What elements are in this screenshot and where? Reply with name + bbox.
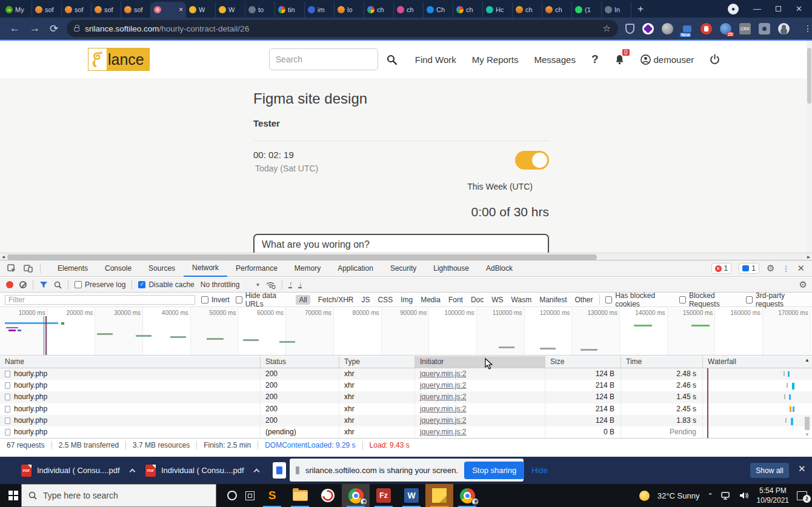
profile-avatar-icon[interactable] (778, 23, 790, 35)
new-tab-button[interactable]: + (637, 3, 644, 15)
taskbar-app-icon[interactable]: S (258, 484, 286, 507)
search-icon[interactable] (387, 55, 397, 65)
taskbar-app-icon[interactable] (286, 484, 314, 507)
task-view-icon[interactable] (245, 491, 255, 500)
network-conditions-icon[interactable] (266, 281, 276, 289)
devtools-tab[interactable]: Memory (286, 260, 329, 277)
initiator-link[interactable]: jquery.min.js:2 (420, 369, 466, 378)
tab-close-icon[interactable]: × (179, 5, 183, 14)
purple-extension-icon[interactable] (642, 23, 654, 35)
devtools-tab[interactable]: Elements (49, 260, 96, 277)
browser-tab[interactable]: im (305, 2, 334, 18)
network-settings-gear-icon[interactable]: ⚙ (799, 279, 807, 290)
request-type-filter[interactable]: JS (361, 296, 370, 304)
browser-tab[interactable]: (1 (572, 2, 602, 18)
devtools-menu-icon[interactable]: ⋮ (782, 264, 790, 273)
scrollbar-thumb[interactable] (807, 48, 811, 104)
column-header-size[interactable]: Size (545, 356, 621, 368)
error-count-badge[interactable]: ✕1 (711, 263, 732, 274)
request-type-filter[interactable]: All (296, 295, 310, 305)
clear-icon[interactable] (19, 281, 27, 288)
window-minimize-button[interactable]: — (753, 4, 761, 13)
site-search-input[interactable] (269, 48, 378, 70)
stop-sharing-button[interactable]: Stop sharing (464, 462, 524, 479)
column-header-name[interactable]: Name (0, 356, 261, 368)
counter-extension-icon[interactable]: 25 (720, 23, 731, 35)
devtools-close-icon[interactable]: ✕ (797, 263, 805, 274)
browser-tab[interactable]: In (602, 2, 631, 18)
download-item[interactable]: PDF Individual ( Consu....pdf (21, 461, 135, 480)
devtools-tab[interactable]: Console (96, 260, 140, 277)
user-menu[interactable]: demouser (641, 55, 694, 65)
scroll-right-arrow-icon[interactable]: ► (805, 254, 812, 260)
chevron-up-icon[interactable] (129, 468, 135, 474)
show-all-downloads-button[interactable]: Show all (750, 463, 789, 478)
request-type-filter[interactable]: Doc (471, 296, 484, 304)
preserve-log-checkbox[interactable]: Preserve log (75, 280, 125, 289)
weather-sun-icon[interactable] (639, 491, 650, 501)
nav-messages[interactable]: Messages (534, 55, 576, 65)
filter-funnel-icon[interactable] (39, 281, 48, 288)
record-button[interactable] (6, 281, 13, 288)
logout-power-icon[interactable] (710, 54, 720, 65)
initiator-link[interactable]: jquery.min.js:2 (420, 428, 466, 436)
network-request-row[interactable]: hourly.php (pending) xhr jquery.min.js:2… (0, 426, 812, 438)
taskbar-search[interactable] (21, 484, 216, 507)
devtools-settings-gear-icon[interactable]: ⚙ (767, 263, 774, 274)
extensions-puzzle-icon[interactable] (759, 23, 770, 35)
request-type-filter[interactable]: Other (575, 296, 593, 304)
browser-tab[interactable]: ch (542, 2, 572, 18)
request-type-filter[interactable]: Font (448, 296, 463, 304)
network-icon[interactable] (721, 491, 731, 500)
browser-tab[interactable]: ch (364, 2, 394, 18)
taskbar-app-icon[interactable] (314, 484, 342, 507)
hscrollbar-thumb[interactable] (7, 254, 597, 260)
export-har-icon[interactable]: ↓ (298, 281, 302, 288)
start-button[interactable] (8, 491, 13, 495)
network-request-row[interactable]: hourly.php 200 xhr jquery.min.js:2 124 B… (0, 391, 812, 403)
back-button[interactable]: ← (10, 22, 20, 35)
devtools-tab[interactable]: AdBlock (478, 260, 521, 277)
browser-tab[interactable]: ch (513, 2, 542, 18)
taskbar-search-input[interactable] (43, 491, 195, 500)
weather-text[interactable]: 32°C Sunny (657, 491, 700, 500)
browser-tab[interactable]: W (216, 2, 245, 18)
devtools-tab[interactable]: Application (329, 260, 382, 277)
bookmark-star-icon[interactable]: ☆ (603, 23, 611, 34)
network-request-row[interactable]: hourly.php 200 xhr jquery.min.js:2 124 B… (0, 368, 812, 380)
network-request-row[interactable]: hourly.php 200 xhr jquery.min.js:2 214 B… (0, 380, 812, 391)
download-item[interactable]: PDF Individual ( Consu....pdf (145, 461, 259, 480)
taskbar-app-icon[interactable] (342, 484, 370, 507)
has-blocked-cookies-checkbox[interactable]: Has blocked cookies (605, 291, 673, 308)
network-request-row[interactable]: hourly.php 200 xhr jquery.min.js:2 124 B… (0, 415, 812, 426)
browser-tab[interactable]: Ch (424, 2, 453, 18)
nav-find-work[interactable]: Find Work (415, 55, 456, 65)
third-party-requests-checkbox[interactable]: 3rd-party requests (746, 291, 807, 308)
column-header-initiator[interactable]: Initiator (415, 356, 545, 368)
request-type-filter[interactable]: Media (421, 296, 441, 304)
browser-profile-avatar[interactable]: ● (728, 4, 739, 15)
inspect-element-icon[interactable] (7, 264, 16, 273)
browser-menu-icon[interactable]: ⋮ (804, 24, 812, 33)
partially-hidden-download-icon[interactable] (273, 462, 286, 479)
disable-cache-checkbox[interactable]: Disable cache (138, 280, 194, 289)
timer-toggle[interactable] (515, 151, 549, 170)
request-type-filter[interactable]: Manifest (539, 296, 567, 304)
scroll-left-arrow-icon[interactable]: ◄ (0, 254, 7, 260)
hide-sharing-button[interactable]: Hide (531, 466, 548, 475)
page-horizontal-scrollbar[interactable]: ◄ ► (0, 253, 812, 260)
table-vertical-scrollbar[interactable]: ▲ ▼ (804, 357, 811, 437)
throttling-dropdown[interactable]: No throttling▼ (201, 280, 261, 289)
scroll-up-arrow-icon[interactable]: ▲ (804, 357, 811, 363)
page-vertical-scrollbar[interactable] (807, 41, 812, 253)
adblock-hand-extension-icon[interactable] (701, 23, 712, 35)
browser-tab[interactable]: sof (121, 2, 151, 18)
browser-tab[interactable]: to (245, 2, 275, 18)
console-message-badge[interactable]: 1 (739, 263, 759, 274)
network-overview-timeline[interactable]: 10000 ms20000 ms30000 ms40000 ms50000 ms… (0, 308, 812, 356)
notifications-bell-icon[interactable]: 0 (614, 54, 625, 65)
chevron-up-icon[interactable] (253, 468, 259, 474)
request-type-filter[interactable]: Img (401, 296, 413, 304)
devtools-tab[interactable]: Lighthouse (425, 260, 478, 277)
invert-checkbox[interactable]: Invert (201, 296, 230, 304)
